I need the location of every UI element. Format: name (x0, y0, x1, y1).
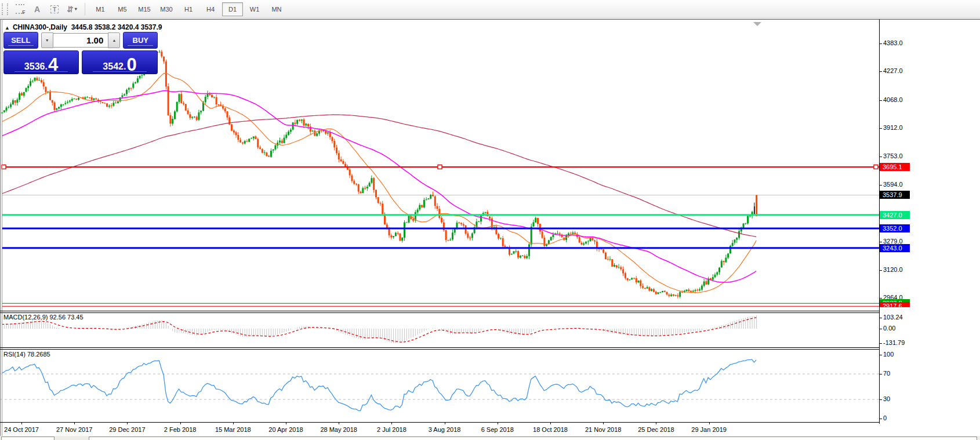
chart-window-border-left (0, 19, 1, 440)
one-click-trading-panel: SELL ▼ 1.00 ▲ BUY 3536.4 3542.0 (3, 32, 158, 74)
spinner-up-icon: ▲ (112, 38, 116, 42)
timeframe-button-M15[interactable]: M15 (134, 2, 155, 16)
chevron-down-icon: ▾ (75, 6, 77, 12)
rsi-axis-tick: 0 (883, 414, 887, 421)
price-badge: 3352.0 (880, 224, 910, 232)
price-axis-tick: 4068.0 (883, 96, 903, 103)
text-label-button[interactable]: A (30, 2, 45, 16)
one-click-collapse-icon[interactable]: ▲ (5, 25, 10, 31)
price-axis-line (879, 19, 880, 424)
date-axis-label: 25 Dec 2018 (631, 426, 680, 433)
buy-button[interactable]: BUY (123, 32, 158, 49)
price-badge: 3537.9 (880, 191, 910, 199)
price-tick-mark (879, 157, 882, 157)
timeframe-button-W1[interactable]: W1 (244, 2, 265, 16)
price-badge: 3695.1 (880, 163, 910, 171)
timeframe-group: M1M5M15M30H1H4D1W1MN (89, 2, 288, 16)
chart-tab[interactable] (1, 437, 55, 440)
macd-tick-mark (879, 329, 882, 329)
rsi-axis-tick: 70 (883, 370, 890, 377)
price-axis-tick: 4383.0 (883, 39, 903, 46)
date-axis-label: 3 Aug 2018 (420, 426, 469, 433)
macd-axis-tick: 0.00 (883, 325, 895, 332)
chart-title: ▲CHINA300-,Daily 3445.8 3538.2 3420.4 35… (5, 23, 162, 31)
macd-tick-mark (879, 318, 882, 318)
top-toolbar: F A T ⇵ ▾ M1M5M15M30H1H4D1W1MN (0, 0, 980, 19)
toolbar-separator (85, 3, 85, 16)
indicator-template-button[interactable]: F (12, 2, 27, 16)
date-axis-label: 15 Mar 2018 (209, 426, 257, 433)
price-badge: 2917.6 (880, 302, 910, 310)
price-tick-mark (879, 270, 882, 271)
line-handle (2, 165, 6, 169)
timeframe-button-D1[interactable]: D1 (222, 2, 243, 16)
macd-axis-tick: -131.79 (883, 339, 905, 346)
date-axis-label: 18 Oct 2018 (526, 426, 575, 433)
toolbar-grip[interactable] (2, 3, 8, 15)
price-tick-mark (879, 242, 882, 242)
spinner-down-icon: ▼ (45, 38, 49, 42)
candles-group (1, 50, 757, 299)
text-label-icon: A (34, 5, 40, 14)
pane-separator[interactable] (0, 312, 880, 313)
sell-price-tile[interactable]: 3536.4 (3, 50, 79, 74)
macd-tick-mark (879, 343, 882, 344)
date-axis-label: 29 Dec 2017 (103, 426, 151, 433)
date-axis-label: 28 May 2018 (314, 426, 363, 433)
text-box-button[interactable]: T (47, 2, 62, 16)
timeframe-button-MN[interactable]: MN (266, 2, 287, 16)
template-icon: F (16, 4, 24, 14)
macd-indicator-pane[interactable] (0, 313, 879, 347)
rsi-line (2, 359, 756, 411)
volume-input[interactable]: 1.00 (53, 33, 108, 48)
buy-price-tile[interactable]: 3542.0 (82, 50, 158, 74)
date-axis-label: 20 Apr 2018 (262, 426, 310, 433)
date-axis-label: 6 Sep 2018 (473, 426, 522, 433)
macd-label: MACD(12,26,9) 92.56 73.45 (3, 314, 84, 321)
volume-decrease-button[interactable]: ▼ (41, 32, 53, 48)
pane-separator[interactable] (0, 347, 880, 348)
volume-increase-button[interactable]: ▲ (108, 32, 120, 48)
timeframe-button-H4[interactable]: H4 (200, 2, 221, 16)
price-tick-mark (879, 185, 882, 186)
arrows-button[interactable]: ⇵ ▾ (64, 2, 79, 16)
chart-shift-icon (753, 22, 761, 26)
moving-average-21 (2, 73, 756, 293)
pane-separator[interactable] (0, 311, 880, 311)
date-axis-line (0, 422, 880, 423)
pane-separator[interactable] (0, 349, 880, 350)
rsi-axis-tick: 30 (883, 395, 890, 402)
symbol-period-label: CHINA300-,Daily (13, 23, 67, 31)
sell-button[interactable]: SELL (3, 32, 38, 49)
timeframe-button-M5[interactable]: M5 (112, 2, 133, 16)
date-axis-label: 27 Nov 2017 (50, 426, 99, 433)
price-tick-mark (879, 298, 882, 299)
price-axis-tick: 3753.0 (883, 152, 903, 159)
rsi-tick-mark (879, 419, 882, 419)
timeframe-button-M30[interactable]: M30 (156, 2, 177, 16)
price-tick-mark (879, 71, 882, 72)
price-badge: 3427.0 (880, 211, 910, 219)
ohlc-values: 3445.8 3538.2 3420.4 3537.9 (71, 23, 162, 31)
date-axis-label: 2 Jul 2018 (367, 426, 416, 433)
price-axis-tick: 3594.0 (883, 181, 903, 188)
price-axis-tick: 3120.0 (883, 266, 903, 273)
price-axis-tick: 3912.0 (883, 124, 903, 131)
price-badge: 3243.0 (880, 244, 910, 252)
price-tick-mark (879, 43, 882, 44)
rsi-label: RSI(14) 78.2685 (3, 351, 50, 358)
date-axis-label: 29 Jan 2019 (685, 426, 734, 433)
timeframe-button-H1[interactable]: H1 (178, 2, 199, 16)
moving-average-55 (2, 90, 756, 282)
moving-average-200 (2, 115, 756, 237)
rsi-axis-tick: 100 (883, 351, 894, 358)
date-axis-label: 24 Oct 2017 (0, 426, 46, 433)
chart-window-border-left-inner (2, 19, 2, 436)
date-axis-label: 21 Nov 2018 (579, 426, 627, 433)
chart-tabs-area[interactable] (89, 437, 977, 440)
rsi-indicator-pane[interactable] (0, 350, 879, 422)
timeframe-button-M1[interactable]: M1 (90, 2, 111, 16)
price-tick-mark (879, 100, 882, 101)
arrows-icon: ⇵ (67, 5, 74, 14)
macd-axis-tick: 103.24 (883, 314, 903, 321)
